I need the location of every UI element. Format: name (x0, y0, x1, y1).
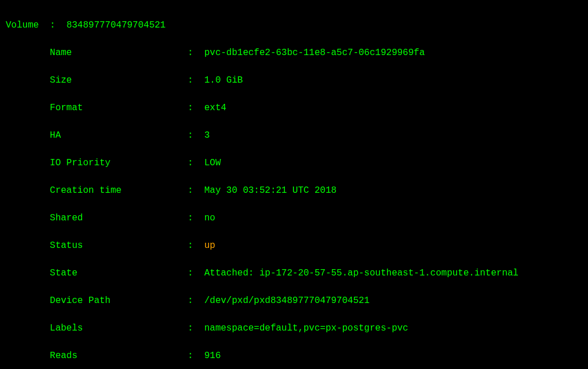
field-row: Size : 1.0 GiB (6, 73, 582, 87)
field-row: Labels : namespace=default,pvc=px-postgr… (6, 321, 582, 335)
field-row: Reads : 916 (6, 349, 582, 363)
field-row: HA : 3 (6, 129, 582, 142)
field-row: Device Path : /dev/pxd/pxd83489777047970… (6, 294, 582, 308)
field-row: Status : up (6, 239, 582, 253)
field-row: Format : ext4 (6, 101, 582, 115)
field-row: Name : pvc-db1ecfe2-63bc-11e8-a5c7-06c19… (6, 46, 582, 60)
field-row: Shared : no (6, 211, 582, 225)
field-row: State : Attached: ip-172-20-57-55.ap-sou… (6, 266, 582, 280)
terminal-output[interactable]: Volume : 834897770479704521 Name : pvc-d… (6, 5, 582, 369)
field-row: IO Priority : LOW (6, 156, 582, 170)
field-row: Creation time : May 30 03:52:21 UTC 2018 (6, 184, 582, 197)
volume-header: Volume : 834897770479704521 (6, 18, 582, 32)
